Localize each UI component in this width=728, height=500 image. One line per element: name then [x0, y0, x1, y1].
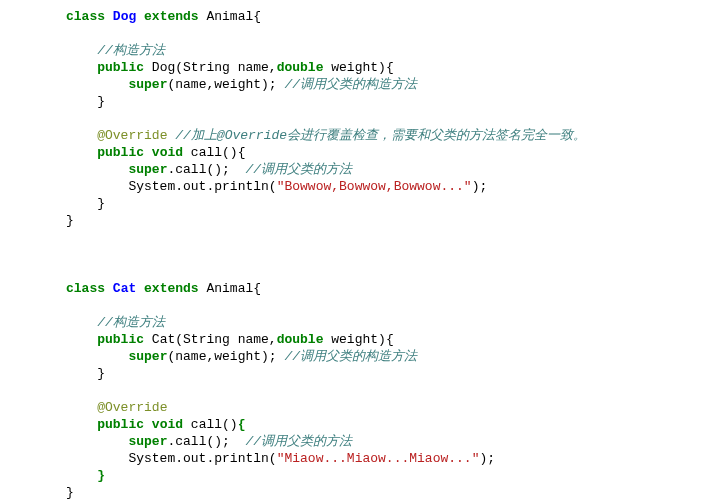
code-token: //调用父类的方法 — [245, 162, 352, 177]
code-token: //调用父类的构造方法 — [284, 349, 417, 364]
code-token: class — [66, 9, 105, 24]
code-token: super — [128, 434, 167, 449]
code-token: public — [97, 60, 144, 75]
code-token: class — [66, 281, 105, 296]
code-token: } — [97, 468, 105, 483]
code-token: public — [97, 417, 144, 432]
code-block: class Dog extends Animal{ //构造方法 public … — [0, 0, 728, 500]
code-token: extends — [144, 281, 199, 296]
code-token: super — [128, 349, 167, 364]
code-token: //调用父类的构造方法 — [284, 77, 417, 92]
code-token: Cat — [113, 281, 136, 296]
code-token: double — [277, 332, 324, 347]
code-token: //构造方法 — [97, 315, 165, 330]
code-token: //调用父类的方法 — [245, 434, 352, 449]
code-token: super — [128, 162, 167, 177]
code-token: double — [277, 60, 324, 75]
code-token: { — [238, 417, 246, 432]
code-token: //构造方法 — [97, 43, 165, 58]
code-token: //加上@Override会进行覆盖检查，需要和父类的方法签名完全一致。 — [175, 128, 586, 143]
code-token: Dog — [113, 9, 136, 24]
code-token: @Override — [97, 400, 167, 415]
code-token: public — [97, 332, 144, 347]
code-token: extends — [144, 9, 199, 24]
code-token: "Bowwow,Bowwow,Bowwow..." — [277, 179, 472, 194]
code-token: void — [152, 145, 183, 160]
code-token: @Override — [97, 128, 167, 143]
code-token: "Miaow...Miaow...Miaow..." — [277, 451, 480, 466]
code-token: super — [128, 77, 167, 92]
code-token: void — [152, 417, 183, 432]
code-token: public — [97, 145, 144, 160]
